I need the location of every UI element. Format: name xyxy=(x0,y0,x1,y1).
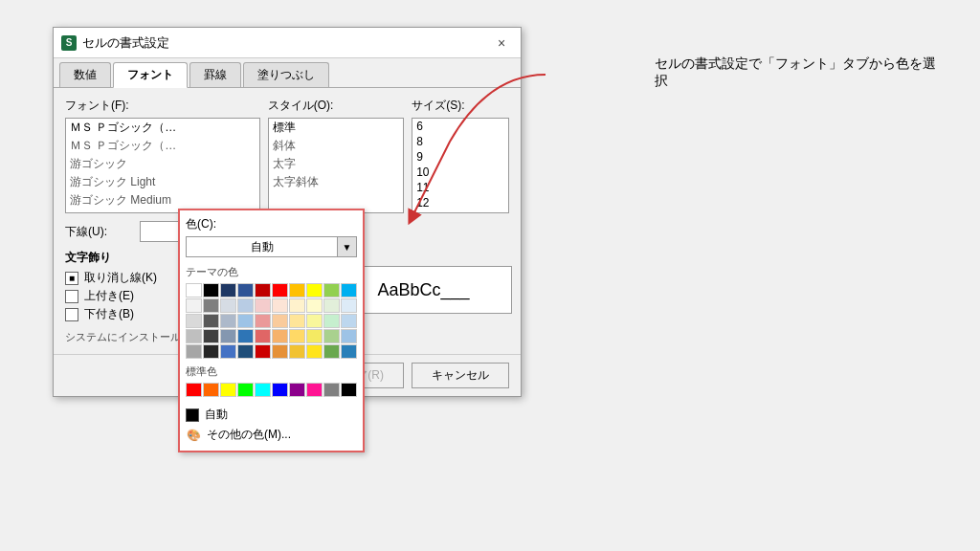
theme-color-cell[interactable] xyxy=(203,329,219,343)
auto-color-square xyxy=(186,408,199,422)
standard-color-cell[interactable] xyxy=(203,383,219,397)
theme-color-cell[interactable] xyxy=(237,329,254,343)
color-popup: 色(C): 自動 ▼ テーマの色 標準色 自動 🎨 その他の色(M)... xyxy=(178,209,365,452)
list-item[interactable]: 游ゴシック xyxy=(66,155,259,173)
size-list[interactable]: 6 8 9 10 11 12 xyxy=(412,118,509,213)
theme-color-cell[interactable] xyxy=(306,344,323,359)
superscript-label: 上付き(E) xyxy=(84,288,134,304)
theme-color-cell[interactable] xyxy=(306,298,323,313)
theme-color-cell[interactable] xyxy=(306,329,323,343)
standard-color-cell[interactable] xyxy=(186,383,202,397)
theme-color-cell[interactable] xyxy=(237,283,254,298)
theme-color-cell[interactable] xyxy=(272,283,288,298)
theme-color-cell[interactable] xyxy=(289,314,305,328)
cancel-button[interactable]: キャンセル xyxy=(412,363,509,388)
theme-color-cell[interactable] xyxy=(341,344,357,359)
list-item[interactable]: ＭＳ Ｐゴシック（… xyxy=(66,119,259,137)
theme-color-cell[interactable] xyxy=(186,283,202,298)
theme-color-cell[interactable] xyxy=(323,344,340,359)
standard-color-cell[interactable] xyxy=(255,383,271,397)
list-item[interactable]: 游ゴシック Light xyxy=(66,173,259,191)
theme-color-cell[interactable] xyxy=(237,314,254,328)
style-col: スタイル(O): 標準 斜体 太字 太字斜体 xyxy=(268,98,405,213)
theme-color-cell[interactable] xyxy=(306,283,323,298)
other-color-row[interactable]: 🎨 その他の色(M)... xyxy=(186,425,357,445)
strikethrough-checkbox[interactable]: ■ xyxy=(65,272,78,285)
theme-color-cell[interactable] xyxy=(220,283,236,298)
subscript-label: 下付き(B) xyxy=(84,306,134,322)
subscript-checkbox[interactable] xyxy=(65,308,78,321)
color-dropdown[interactable]: 自動 ▼ xyxy=(186,236,357,257)
list-item[interactable]: ＭＳ Ｐゴシック（… xyxy=(66,137,259,155)
theme-color-cell[interactable] xyxy=(237,344,254,359)
theme-color-cell[interactable] xyxy=(255,298,271,313)
theme-color-cell[interactable] xyxy=(255,283,271,298)
auto-color-row[interactable]: 自動 xyxy=(186,405,357,425)
size-item[interactable]: 8 xyxy=(412,134,508,149)
theme-color-cell[interactable] xyxy=(341,314,357,328)
theme-color-cell[interactable] xyxy=(203,298,219,313)
standard-color-cell[interactable] xyxy=(237,383,254,397)
theme-color-cell[interactable] xyxy=(306,314,323,328)
standard-color-cell[interactable] xyxy=(341,383,357,397)
list-item[interactable]: 太字 xyxy=(269,155,404,173)
theme-color-cell[interactable] xyxy=(220,298,236,313)
size-item[interactable]: 9 xyxy=(412,149,508,165)
standard-color-cell[interactable] xyxy=(323,383,340,397)
theme-color-cell[interactable] xyxy=(272,344,288,359)
standard-color-cell[interactable] xyxy=(306,383,323,397)
size-item[interactable]: 12 xyxy=(412,195,508,210)
theme-color-cell[interactable] xyxy=(341,283,357,298)
theme-color-cell[interactable] xyxy=(272,329,288,343)
theme-color-cell[interactable] xyxy=(186,344,202,359)
theme-color-cell[interactable] xyxy=(272,298,288,313)
tab-fill[interactable]: 塗りつぶし xyxy=(243,62,329,87)
theme-color-cell[interactable] xyxy=(289,298,305,313)
size-item[interactable]: 11 xyxy=(412,180,508,195)
theme-color-cell[interactable] xyxy=(289,329,305,343)
standard-color-cell[interactable] xyxy=(272,383,288,397)
color-label: 色(C): xyxy=(186,216,357,232)
standard-color-cell[interactable] xyxy=(289,383,305,397)
list-item[interactable]: 斜体 xyxy=(269,137,404,155)
theme-color-cell[interactable] xyxy=(255,344,271,359)
theme-color-cell[interactable] xyxy=(220,314,236,328)
theme-color-cell[interactable] xyxy=(323,329,340,343)
theme-color-cell[interactable] xyxy=(186,329,202,343)
theme-color-cell[interactable] xyxy=(323,314,340,328)
theme-color-cell[interactable] xyxy=(203,283,219,298)
tab-number[interactable]: 数値 xyxy=(59,62,111,87)
theme-color-cell[interactable] xyxy=(289,344,305,359)
theme-color-cell[interactable] xyxy=(341,298,357,313)
list-item[interactable]: 太字斜体 xyxy=(269,173,404,191)
theme-color-cell[interactable] xyxy=(255,314,271,328)
tab-font[interactable]: フォント xyxy=(113,62,188,88)
theme-color-cell[interactable] xyxy=(255,329,271,343)
theme-color-cell[interactable] xyxy=(272,314,288,328)
tab-border[interactable]: 罫線 xyxy=(189,62,241,87)
theme-color-cell[interactable] xyxy=(220,344,236,359)
size-item[interactable]: 6 xyxy=(412,119,508,134)
theme-color-cell[interactable] xyxy=(323,283,340,298)
size-item[interactable]: 10 xyxy=(412,165,508,180)
style-list[interactable]: 標準 斜体 太字 太字斜体 xyxy=(268,118,405,213)
theme-color-cell[interactable] xyxy=(186,298,202,313)
standard-color-cell[interactable] xyxy=(220,383,236,397)
color-dropdown-arrow[interactable]: ▼ xyxy=(337,237,356,256)
theme-color-cell[interactable] xyxy=(186,314,202,328)
theme-color-cell[interactable] xyxy=(220,329,236,343)
theme-color-cell[interactable] xyxy=(203,314,219,328)
theme-color-cell[interactable] xyxy=(341,329,357,343)
underline-label: 下線(U): xyxy=(65,224,132,240)
font-list[interactable]: ＭＳ Ｐゴシック（… ＭＳ Ｐゴシック（… 游ゴシック 游ゴシック Light … xyxy=(65,118,260,213)
list-item[interactable]: 標準 xyxy=(269,119,404,137)
theme-color-cell[interactable] xyxy=(203,344,219,359)
theme-color-cell[interactable] xyxy=(323,298,340,313)
list-item[interactable]: 游ゴシック Medium xyxy=(66,191,259,209)
superscript-checkbox[interactable] xyxy=(65,290,78,303)
close-button[interactable]: × xyxy=(490,32,513,55)
theme-color-cell[interactable] xyxy=(289,283,305,298)
theme-color-cell[interactable] xyxy=(237,298,254,313)
font-style-size-row: フォント(F): ＭＳ Ｐゴシック（… ＭＳ Ｐゴシック（… 游ゴシック 游ゴシ… xyxy=(65,98,509,213)
theme-color-grid xyxy=(186,283,357,359)
